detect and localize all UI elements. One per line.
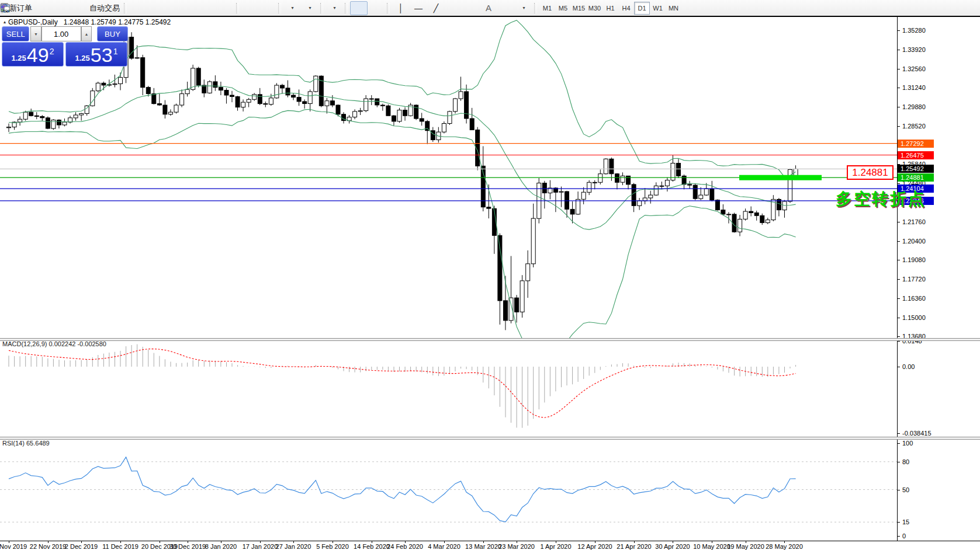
toolbar-grip (278, 3, 281, 13)
axis-tick-label: 100 (902, 440, 913, 447)
buy-button[interactable]: BUY (97, 26, 128, 41)
chart-title: ▴GBPUSD-,Daily1.24848 1.25749 1.24775 1.… (4, 18, 171, 26)
axis-tick (898, 260, 900, 260)
bar-chart-button[interactable] (129, 1, 147, 15)
vline-icon: │ (399, 4, 404, 12)
tf-button-W1[interactable]: W1 (650, 2, 666, 15)
axis-tick (898, 107, 900, 107)
axis-tick-label: 1.21760 (902, 218, 926, 225)
toolbar-grip (236, 3, 239, 13)
sell-price-big: 49 (27, 45, 49, 65)
rsi-pane[interactable] (0, 438, 897, 541)
sell-button[interactable]: SELL (2, 26, 29, 41)
zoom-out-button[interactable] (199, 1, 217, 15)
text-tool-button[interactable]: A (480, 1, 497, 15)
arrows-tool-button[interactable]: ▾ (515, 1, 532, 15)
template-button[interactable]: ▾ (325, 1, 343, 15)
price-annotation-box[interactable]: 1.24881 (847, 165, 894, 180)
cursor-tool-button[interactable] (350, 1, 368, 15)
axis-tick (898, 241, 900, 242)
axis-tick-label: 0.00 (902, 363, 915, 370)
axis-tick-label: 1.32560 (902, 65, 926, 72)
axis-tick (898, 30, 900, 31)
trendline-tool-button[interactable]: ╱ (427, 1, 445, 15)
tf-button-D1[interactable]: D1 (634, 2, 650, 15)
line-chart-button[interactable] (164, 1, 182, 15)
toolbar-grip (320, 3, 323, 13)
axis-tick (898, 279, 900, 280)
hline-icon: — (414, 4, 423, 12)
volume-increase-button[interactable]: ▲ (81, 26, 92, 41)
hline-tool-button[interactable]: — (410, 1, 427, 15)
volume-decrease-button[interactable]: ▼ (30, 26, 41, 41)
axis-tick-label: -0.038415 (902, 430, 931, 437)
axis-tick-label: 1.33920 (902, 46, 926, 53)
dropdown-caret: ▾ (291, 5, 293, 11)
chat-icon[interactable] (0, 3, 11, 13)
tf-button-H4[interactable]: H4 (618, 2, 634, 15)
price-pane[interactable] (0, 17, 897, 338)
buy-price-prefix: 1.25 (75, 54, 90, 62)
toolbar-grip (345, 3, 348, 13)
chart-shift-button[interactable] (259, 1, 276, 15)
auto-scroll-button[interactable] (241, 1, 259, 15)
toolbar-grip (534, 3, 537, 13)
tf-button-H1[interactable]: H1 (602, 2, 618, 15)
axis-tick (898, 50, 900, 50)
turning-point-annotation[interactable]: 多空转折点 (836, 188, 926, 210)
price-badge: 1.25492 (898, 165, 934, 173)
zoom-in-button[interactable] (182, 1, 199, 15)
buy-price-big: 53 (91, 45, 113, 65)
tf-button-M1[interactable]: M1 (539, 2, 555, 15)
trendline-icon: ╱ (434, 4, 438, 12)
axis-tick (898, 318, 900, 318)
macd-pane[interactable] (0, 340, 897, 437)
new-order-label: 新订单 (9, 3, 32, 13)
price-badge: 1.26475 (898, 151, 934, 159)
price-badge: 1.24881 (898, 173, 934, 182)
toolbar-grip (124, 3, 127, 13)
pane-separator[interactable] (0, 437, 980, 440)
axis-tick (898, 443, 900, 444)
toolbar-grip (387, 3, 390, 13)
auto-trading-button[interactable]: 自动交易 (87, 1, 122, 15)
axis-tick-label: 80 (902, 458, 909, 465)
equidistant-channel-button[interactable]: E (445, 1, 462, 15)
volume-input[interactable]: 1.00 (41, 26, 81, 41)
tf-button-M5[interactable]: M5 (555, 2, 571, 15)
axis-tick-label: 1.16360 (902, 295, 926, 302)
dropdown-caret: ▾ (522, 5, 525, 11)
dropdown-caret: ▾ (333, 5, 335, 11)
new-order-button[interactable]: 新订单 (7, 1, 34, 15)
terminals-button[interactable] (52, 1, 70, 15)
periods-button[interactable]: ▾ (301, 1, 318, 15)
price-axis[interactable]: 1.352801.339201.325601.312401.298801.285… (898, 17, 980, 541)
highlighter-button[interactable] (34, 1, 52, 15)
axis-tick (898, 522, 900, 523)
vline-tool-button[interactable]: │ (392, 1, 410, 15)
tf-button-M15[interactable]: M15 (571, 2, 587, 15)
text-tool-icon: A (486, 4, 491, 12)
crosshair-tool-button[interactable] (368, 1, 385, 15)
tf-button-MN[interactable]: MN (666, 2, 681, 15)
date-axis[interactable]: 13 Nov 201922 Nov 20192 Dec 201911 Dec 2… (0, 541, 980, 550)
candlestick-button[interactable] (147, 1, 164, 15)
subwindow-arrow-icon: ▴ (4, 19, 6, 25)
axis-tick-label: 15 (902, 518, 909, 525)
axis-tick-label: 0 (902, 532, 906, 539)
buy-price-display[interactable]: 1.25 53 1 (65, 42, 127, 67)
pane-separator[interactable] (0, 338, 980, 341)
sell-price-prefix: 1.25 (12, 54, 26, 62)
indicators-button[interactable]: ▾ (283, 1, 301, 15)
tile-windows-button[interactable] (217, 1, 234, 15)
sell-price-display[interactable]: 1.25 49 2 (2, 42, 64, 67)
price-badge: 1.27292 (898, 140, 934, 148)
axis-tick-label: 1.35280 (902, 27, 926, 34)
axis-tick (898, 341, 900, 342)
tf-button-M30[interactable]: M30 (587, 2, 602, 15)
signal-button[interactable] (70, 1, 87, 15)
axis-tick (898, 222, 900, 222)
label-tool-button[interactable]: T (497, 1, 515, 15)
chart-ohlc-values: 1.24848 1.25749 1.24775 1.25492 (64, 18, 171, 26)
fibonacci-tool-button[interactable]: F (462, 1, 480, 15)
